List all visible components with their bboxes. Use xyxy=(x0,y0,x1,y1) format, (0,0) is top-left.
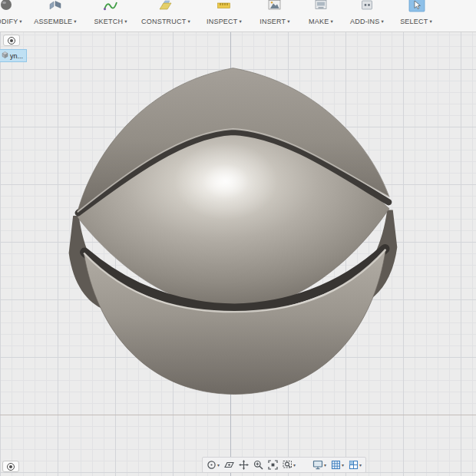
toolbar-label: CONSTRUCT xyxy=(141,18,186,25)
toolbar-item-make[interactable]: MAKE▾ xyxy=(302,0,339,31)
chevron-down-icon: ▾ xyxy=(342,462,344,468)
pan-button[interactable] xyxy=(239,460,249,470)
fit-view-icon xyxy=(268,460,278,470)
chevron-down-icon: ▾ xyxy=(429,18,431,25)
chevron-down-icon: ▾ xyxy=(293,462,296,468)
insert-icon xyxy=(267,0,283,12)
look-at-icon xyxy=(224,460,234,470)
toolbar-label: SELECT xyxy=(400,18,428,25)
toolbar-label: MODIFY xyxy=(0,18,18,25)
orbit-button[interactable]: ▾ xyxy=(207,460,220,470)
look-at-button[interactable] xyxy=(224,460,234,470)
pan-icon xyxy=(239,460,249,470)
specular-highlight xyxy=(174,143,277,220)
viewports-icon xyxy=(349,460,359,470)
dot-icon xyxy=(7,463,15,471)
body-cube-icon xyxy=(2,51,8,60)
viewports-button[interactable]: ▾ xyxy=(349,460,362,470)
toolbar-label: MAKE xyxy=(309,18,329,25)
toolbar-item-inspect[interactable]: INSPECT▾ xyxy=(201,0,247,31)
navigation-toolbar: ▾ ▾ ▾ xyxy=(202,457,366,473)
dot-icon xyxy=(8,37,15,45)
make-icon xyxy=(313,0,329,12)
zoom-window-button[interactable]: ▾ xyxy=(283,460,296,470)
zoom-button[interactable] xyxy=(253,460,263,470)
chevron-down-icon: ▾ xyxy=(324,462,326,468)
chevron-down-icon: ▾ xyxy=(359,462,362,468)
chevron-down-icon: ▾ xyxy=(381,18,383,25)
toolbar-item-modify[interactable]: MODIFY▾ xyxy=(0,0,29,31)
chevron-down-icon: ▾ xyxy=(187,18,190,25)
chevron-down-icon: ▾ xyxy=(124,18,127,25)
toolbar-item-add-ins[interactable]: ADD-INS▾ xyxy=(345,0,388,31)
display-settings-icon xyxy=(312,460,323,470)
orbit-icon xyxy=(207,460,217,470)
grid-snaps-icon xyxy=(331,460,341,470)
zoom-icon xyxy=(253,460,263,470)
top-toolbar: MODIFY▾ ASSEMBLE▾ SKETCH▾ CONSTRUCT▾ INS xyxy=(0,0,476,32)
toolbar-label: INSERT xyxy=(259,18,286,25)
toolbar-item-select[interactable]: SELECT▾ xyxy=(395,0,438,31)
browser-item-label: yn... xyxy=(10,52,23,60)
modify-icon xyxy=(0,0,14,12)
toolbar-label: ASSEMBLE xyxy=(34,18,72,25)
toolbar-item-construct[interactable]: CONSTRUCT▾ xyxy=(138,0,193,31)
fit-view-button[interactable] xyxy=(268,460,278,470)
model-3d-body[interactable] xyxy=(0,31,476,476)
select-cursor-icon xyxy=(408,0,424,12)
toolbar-label: SKETCH xyxy=(94,18,123,25)
cad-app-window: MODIFY▾ ASSEMBLE▾ SKETCH▾ CONSTRUCT▾ INS xyxy=(0,0,476,476)
chevron-down-icon: ▾ xyxy=(330,18,332,25)
assemble-icon xyxy=(48,0,63,12)
toolbar-label: INSPECT xyxy=(207,18,237,25)
display-settings-button[interactable]: ▾ xyxy=(312,460,326,470)
browser-selected-item[interactable]: yn... xyxy=(0,49,27,62)
chevron-down-icon: ▾ xyxy=(239,18,241,25)
timeline-toggle-button[interactable] xyxy=(2,461,19,472)
toolbar-item-insert[interactable]: INSERT▾ xyxy=(253,0,296,31)
sketch-icon xyxy=(103,0,118,12)
toolbar-item-assemble[interactable]: ASSEMBLE▾ xyxy=(28,0,83,31)
add-ins-icon xyxy=(359,0,375,12)
inspect-icon xyxy=(217,0,232,12)
chevron-down-icon: ▾ xyxy=(74,18,76,25)
chevron-down-icon: ▾ xyxy=(287,18,289,25)
chevron-down-icon: ▾ xyxy=(19,18,21,25)
chevron-down-icon: ▾ xyxy=(217,462,220,468)
toolbar-label: ADD-INS xyxy=(350,18,379,25)
zoom-window-icon xyxy=(283,460,293,470)
construct-icon xyxy=(158,0,174,12)
toolbar-item-sketch[interactable]: SKETCH▾ xyxy=(89,0,132,31)
viewport-canvas[interactable]: yn... ▾ xyxy=(0,31,476,476)
browser-toggle-button[interactable] xyxy=(3,35,20,46)
grid-and-snaps-button[interactable]: ▾ xyxy=(331,460,344,470)
